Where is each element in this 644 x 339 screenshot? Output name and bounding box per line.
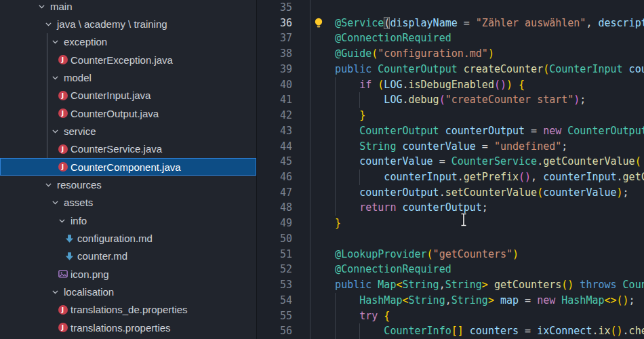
tree-item-translations-properties[interactable]: Jtranslations.properties	[0, 319, 256, 336]
code-token: counterInput	[629, 63, 644, 75]
code-token: setCounterValue	[445, 186, 537, 199]
code-token: try	[359, 310, 384, 322]
chevron-down-icon	[51, 287, 64, 296]
tree-item-label: counter.md	[77, 250, 127, 262]
code-line-53[interactable]: 53public Map<String,String> getCounters(…	[257, 277, 644, 293]
code-text: try {	[359, 308, 390, 324]
code-token: checkoutSord	[629, 325, 644, 337]
code-token: public	[335, 279, 378, 291]
code-text: CounterOutput counterOutput = new Counte…	[359, 123, 644, 139]
line-number: 41	[257, 92, 292, 108]
indent-guide	[359, 92, 360, 108]
code-token: counterValue	[543, 186, 616, 199]
indent-guide	[359, 323, 360, 339]
code-token: >	[482, 279, 494, 291]
code-line-35[interactable]: 35	[257, 0, 644, 16]
code-line-37[interactable]: 37@ConnectionRequired	[257, 31, 644, 46]
code-text: @ConnectionRequired	[335, 262, 451, 277]
tree-item-counteroutput-java[interactable]: JCounterOutput.java	[0, 104, 256, 122]
code-editor-pane[interactable]: 3536@Service(displayName = "Zähler auswä…	[256, 0, 644, 339]
tree-item-counterinput-java[interactable]: JCounterInput.java	[0, 87, 256, 104]
code-token: ;	[623, 186, 629, 199]
code-line-36[interactable]: 36@Service(displayName = "Zähler auswähl…	[257, 16, 644, 31]
code-line-42[interactable]: 42}	[257, 108, 644, 123]
code-line-51[interactable]: 51@LookupProvider("getCounters")	[257, 247, 644, 262]
code-token: "undefined"	[494, 140, 561, 153]
tree-item-icon-png[interactable]: icon.png	[0, 265, 256, 283]
code-line-44[interactable]: 44String counterValue = "undefined";	[257, 139, 644, 155]
code-line-55[interactable]: 55try {	[257, 308, 644, 324]
chevron-down-icon	[44, 180, 57, 189]
tree-item-label: configuration.md	[77, 233, 153, 244]
tree-item-assets[interactable]: assets	[0, 194, 256, 212]
code-token: counterInput	[384, 171, 457, 183]
tree-item-label: CounterService.java	[71, 143, 162, 155]
code-line-38[interactable]: 38@Guide("configuration.md")	[257, 46, 644, 62]
tree-item-counter-md[interactable]: counter.md	[0, 247, 256, 265]
tree-item-service[interactable]: service	[0, 122, 256, 140]
code-line-54[interactable]: 54HashMap<String,String> map = new HashM…	[257, 293, 644, 308]
code-line-40[interactable]: 40if (LOG.isDebugEnabled()) {	[257, 77, 644, 93]
chevron-down-icon	[51, 127, 64, 136]
chevron-down-icon	[51, 198, 64, 207]
tree-item-countercomponent-java[interactable]: JCounterComponent.java	[0, 158, 256, 176]
code-line-47[interactable]: 47counterOutput.setCounterValue(counterV…	[257, 185, 644, 201]
line-number: 35	[257, 0, 292, 16]
code-token: return	[359, 201, 402, 214]
tree-item-configuration-md[interactable]: configuration.md	[0, 230, 256, 247]
code-token: (	[537, 186, 543, 199]
line-number: 49	[257, 216, 292, 231]
code-line-56[interactable]: 56CounterInfo[] counters = ixConnect.ix(…	[257, 323, 644, 339]
code-line-49[interactable]: 49}	[257, 216, 644, 231]
tree-item-main[interactable]: main	[0, 0, 256, 15]
tree-item-label: CounterInput.java	[71, 89, 150, 101]
java-file-icon: J	[58, 108, 68, 119]
code-token: ;	[580, 94, 586, 106]
tree-item-model[interactable]: model	[0, 68, 256, 86]
indent-guide	[335, 308, 336, 324]
code-line-45[interactable]: 45counterValue = CounterService.getCount…	[257, 154, 644, 170]
code-text: counterValue = CounterService.getCounter…	[359, 154, 641, 170]
indent-guide	[335, 139, 336, 155]
code-token	[623, 63, 629, 75]
code-line-50[interactable]: 50	[257, 231, 644, 247]
tree-item-info[interactable]: info	[0, 212, 256, 229]
tree-item-localisation[interactable]: localisation	[0, 283, 256, 301]
code-line-48[interactable]: 48return counterOutput;	[257, 200, 644, 216]
code-line-46[interactable]: 46counterInput.getPrefix(), counterInput…	[257, 170, 644, 185]
line-number: 37	[257, 31, 292, 46]
code-token: "configuration.md"	[378, 47, 488, 60]
tree-item-exception[interactable]: exception	[0, 33, 256, 51]
code-token: (	[427, 248, 433, 260]
code-token: counterValue	[402, 140, 481, 153]
code-token: .	[623, 325, 629, 337]
tree-item-java-academy-training[interactable]: java \ academy \ training	[0, 15, 256, 33]
indent-guide	[335, 123, 336, 139]
code-line-52[interactable]: 52@ConnectionRequired	[257, 262, 644, 277]
chevron-down-icon	[51, 37, 64, 46]
indent-guide	[335, 170, 336, 185]
markdown-file-icon	[64, 251, 75, 261]
tree-item-counterexception-java[interactable]: JCounterException.java	[0, 51, 256, 68]
code-token: )	[488, 47, 494, 60]
code-token: getCounters	[494, 279, 561, 291]
code-token: counterInput	[543, 171, 616, 183]
code-text: @Service(displayName = "Zähler auswählen…	[335, 16, 644, 31]
code-token: =	[525, 294, 537, 306]
tree-item-translations-de-properties[interactable]: Jtranslations_de.properties	[0, 301, 256, 319]
properties-file-icon: J	[58, 304, 68, 315]
code-text: return counterOutput;	[359, 200, 488, 216]
code-line-43[interactable]: 43CounterOutput counterOutput = new Coun…	[257, 123, 644, 139]
chevron-down-icon	[58, 216, 71, 225]
tree-item-resources[interactable]: resources	[0, 176, 256, 194]
code-token: CounterOutput	[359, 125, 445, 137]
tree-item-counterservice-java[interactable]: JCounterService.java	[0, 140, 256, 158]
code-line-39[interactable]: 39public CounterOutput createCounter(Cou…	[257, 62, 644, 77]
code-token: HashMap	[561, 294, 604, 306]
code-line-41[interactable]: 41LOG.debug("createCounter start");	[257, 92, 644, 108]
code-token: CounterInfo	[384, 325, 451, 337]
code-token: CounterInput	[549, 63, 622, 75]
code-text: String counterValue = "undefined";	[359, 139, 567, 155]
code-token: LOG	[384, 94, 402, 106]
code-token: public	[335, 63, 378, 75]
